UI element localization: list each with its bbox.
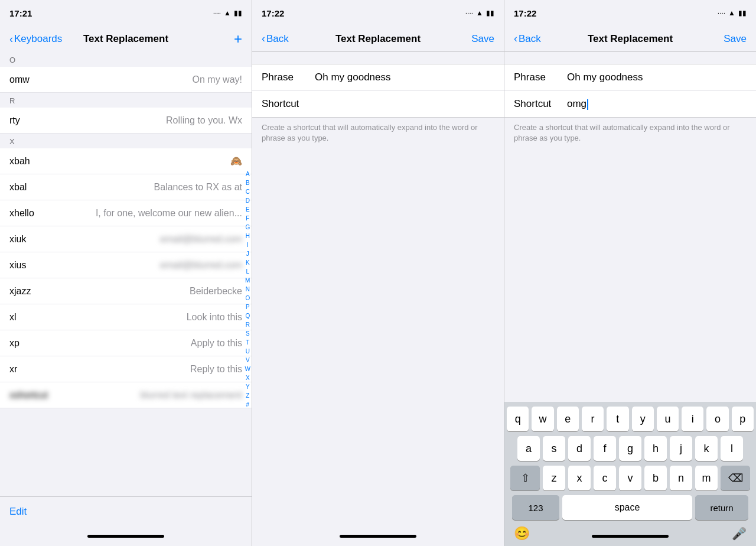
index-hash[interactable]: #	[245, 401, 250, 409]
list-item[interactable]: xius email@blurred.com	[0, 252, 252, 278]
section-o: O omw On my way!	[0, 52, 252, 93]
key-z[interactable]: z	[543, 466, 565, 490]
key-a[interactable]: a	[517, 436, 540, 461]
key-y[interactable]: y	[632, 407, 654, 431]
delete-key[interactable]: ⌫	[721, 466, 750, 490]
status-bar-2: 17:22 ···· ▲ ▮▮	[252, 0, 504, 26]
key-i[interactable]: i	[682, 407, 703, 431]
key-c[interactable]: c	[594, 466, 616, 490]
shift-key[interactable]: ⇧	[510, 466, 540, 490]
list-item[interactable]: xhello I, for one, welcome our new alien…	[0, 200, 252, 226]
list-item[interactable]: xl Look into this	[0, 304, 252, 330]
list-item[interactable]: rty Rolling to you. Wx	[0, 108, 252, 134]
list-item[interactable]: xjazz Beiderbecke	[0, 278, 252, 304]
key-n[interactable]: n	[670, 466, 692, 490]
index-t[interactable]: T	[245, 339, 250, 347]
key-k[interactable]: k	[695, 436, 718, 461]
key-f[interactable]: f	[594, 436, 616, 461]
index-a[interactable]: A	[245, 170, 250, 178]
space-key[interactable]: space	[562, 495, 692, 520]
index-l[interactable]: L	[245, 268, 250, 276]
back-button-2[interactable]: ‹ Back	[262, 32, 289, 45]
shortcut-row-3[interactable]: Shortcut omg	[504, 91, 756, 117]
key-l[interactable]: l	[721, 436, 743, 461]
nav-bar-1: ‹ Keyboards Text Replacement +	[0, 26, 252, 52]
index-j[interactable]: J	[245, 250, 250, 258]
list-item[interactable]: omw On my way!	[0, 67, 252, 93]
keyboard: q w e r t y u i o p a s d f g h j k	[504, 402, 756, 546]
shortcut-xshortcut: xshortcut	[9, 390, 48, 401]
index-u[interactable]: U	[245, 347, 250, 356]
index-k[interactable]: K	[245, 259, 250, 267]
key-row-4: 123 space return	[507, 495, 754, 520]
phrase-value-3[interactable]: Oh my goodness	[567, 72, 747, 83]
key-h[interactable]: h	[644, 436, 667, 461]
shortcut-row-2[interactable]: Shortcut	[252, 91, 504, 117]
save-button-3[interactable]: Save	[724, 33, 747, 45]
back-button-1[interactable]: ‹ Keyboards	[9, 33, 62, 46]
key-d[interactable]: d	[568, 436, 591, 461]
add-button[interactable]: +	[234, 31, 242, 47]
signal-icon-3: ····	[718, 9, 725, 17]
index-b[interactable]: B	[245, 179, 250, 187]
key-j[interactable]: j	[670, 436, 692, 461]
key-q[interactable]: q	[507, 407, 529, 431]
index-w[interactable]: W	[245, 365, 250, 373]
key-t[interactable]: t	[607, 407, 628, 431]
index-q[interactable]: Q	[245, 312, 250, 320]
save-button-2[interactable]: Save	[471, 33, 494, 45]
index-c[interactable]: C	[245, 188, 250, 196]
index-z[interactable]: Z	[245, 392, 250, 400]
home-indicator-2	[252, 526, 504, 546]
back-link-2[interactable]: Back	[266, 33, 289, 45]
index-o[interactable]: O	[245, 294, 250, 303]
key-e[interactable]: e	[557, 407, 579, 431]
back-button-3[interactable]: ‹ Back	[514, 32, 541, 45]
list-wrapper: O omw On my way! R rty Rolling to you. W…	[0, 52, 252, 496]
phrase-value-2[interactable]: Oh my goodness	[315, 72, 494, 83]
index-f[interactable]: F	[245, 214, 250, 223]
key-b[interactable]: b	[644, 466, 667, 490]
index-e[interactable]: E	[245, 206, 250, 214]
list-item[interactable]: xshortcut blurred text replacement	[0, 382, 252, 408]
key-r[interactable]: r	[582, 407, 604, 431]
list-item[interactable]: xr Reply to this	[0, 356, 252, 382]
key-p[interactable]: p	[732, 407, 754, 431]
section-header-x: X	[0, 134, 252, 148]
list-item[interactable]: xbal Balances to RX as at	[0, 174, 252, 200]
index-m[interactable]: M	[245, 277, 250, 285]
section-header-o: O	[0, 52, 252, 67]
index-g[interactable]: G	[245, 223, 250, 232]
key-x[interactable]: x	[568, 466, 591, 490]
keyboards-link[interactable]: Keyboards	[14, 33, 62, 45]
signal-icon: ····	[213, 9, 221, 17]
index-s[interactable]: S	[245, 330, 250, 338]
back-link-3[interactable]: Back	[519, 33, 541, 45]
key-row-2: a s d f g h j k l	[507, 436, 754, 461]
list-item[interactable]: xbah 🙈	[0, 148, 252, 174]
num-key[interactable]: 123	[512, 495, 559, 520]
wifi-icon-3: ▲	[728, 9, 735, 17]
index-v[interactable]: V	[245, 356, 250, 365]
phrase-xbah: 🙈	[45, 155, 242, 167]
index-p[interactable]: P	[245, 303, 250, 311]
key-u[interactable]: u	[657, 407, 679, 431]
index-y[interactable]: Y	[245, 383, 250, 391]
list-item[interactable]: xiuk email@blurred.com	[0, 226, 252, 252]
index-x[interactable]: X	[245, 374, 250, 382]
shortcut-value-3[interactable]: omg	[567, 98, 747, 110]
index-d[interactable]: D	[245, 197, 250, 205]
key-g[interactable]: g	[619, 436, 641, 461]
index-i[interactable]: I	[245, 241, 250, 249]
key-m[interactable]: m	[695, 466, 718, 490]
index-n[interactable]: N	[245, 285, 250, 294]
key-v[interactable]: v	[619, 466, 641, 490]
key-o[interactable]: o	[706, 407, 728, 431]
index-h[interactable]: H	[245, 232, 250, 240]
return-key[interactable]: return	[695, 495, 748, 520]
index-r[interactable]: R	[245, 321, 250, 329]
key-w[interactable]: w	[532, 407, 553, 431]
key-s[interactable]: s	[543, 436, 565, 461]
list-item[interactable]: xp Apply to this	[0, 330, 252, 356]
edit-button[interactable]: Edit	[9, 506, 27, 518]
